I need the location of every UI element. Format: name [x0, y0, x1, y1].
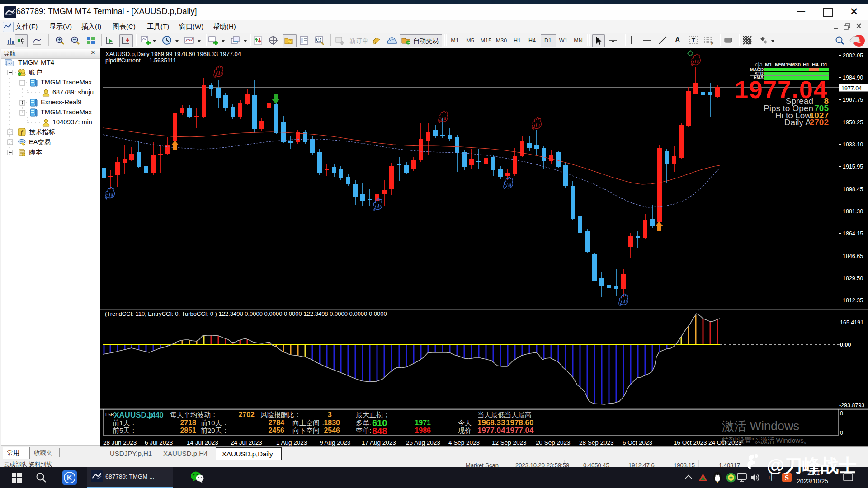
- svg-text:17 Aug 2023: 17 Aug 2023: [362, 439, 396, 446]
- svg-text:当天最低当天最高: 当天最低当天最高: [477, 411, 532, 418]
- svg-text:1986: 1986: [415, 427, 431, 434]
- svg-text:1881.30: 1881.30: [843, 208, 863, 215]
- svg-text:今天: 今天: [458, 419, 472, 427]
- svg-text:H1: H1: [803, 62, 810, 67]
- svg-text:14 Jul 2023: 14 Jul 2023: [187, 439, 218, 446]
- svg-text:向下空间: 向下空间: [292, 427, 320, 434]
- svg-text:1898.45: 1898.45: [843, 186, 863, 192]
- svg-text:1915.95: 1915.95: [843, 164, 863, 170]
- svg-text:1971: 1971: [415, 419, 431, 427]
- svg-text:T: T: [692, 37, 695, 44]
- svg-text:6 Oct 2023: 6 Oct 2023: [623, 439, 652, 446]
- svg-text:3: 3: [328, 411, 332, 418]
- svg-text:前5天：: 前5天：: [113, 427, 137, 434]
- svg-text:风险报酬比：: 风险报酬比：: [260, 411, 301, 418]
- svg-text:-293.8793: -293.8793: [839, 402, 864, 408]
- svg-text:前10天：: 前10天：: [201, 419, 229, 427]
- svg-text:每天平均波动：: 每天平均波动：: [170, 411, 217, 418]
- svg-text:1984.90: 1984.90: [843, 75, 863, 81]
- svg-text:现价: 现价: [458, 427, 472, 434]
- svg-text:848: 848: [372, 426, 387, 436]
- svg-text:向上空间：: 向上空间：: [292, 419, 326, 427]
- svg-text:12 Sep 2023: 12 Sep 2023: [492, 439, 527, 446]
- svg-text:2702: 2702: [810, 117, 829, 127]
- svg-text:9 Aug 2023: 9 Aug 2023: [320, 439, 350, 446]
- svg-text:H4: H4: [812, 62, 819, 67]
- svg-text:1933.10: 1933.10: [843, 141, 863, 148]
- svg-text:2851: 2851: [180, 427, 196, 434]
- svg-text:(TrendCCI: 110, EntryCCI: 0, T: (TrendCCI: 110, EntryCCI: 0, TurboCCI: 0…: [105, 310, 387, 317]
- svg-text:24 Jul 2023: 24 Jul 2023: [231, 439, 262, 446]
- svg-text:2784: 2784: [268, 419, 284, 427]
- svg-text:TSR: TSR: [104, 412, 114, 417]
- svg-text:1977.04: 1977.04: [477, 426, 505, 435]
- svg-text:1812.35: 1812.35: [843, 297, 863, 304]
- svg-text:1829.50: 1829.50: [843, 275, 863, 282]
- svg-text:pipdiffCurrent = -1.5635111: pipdiffCurrent = -1.5635111: [105, 57, 176, 64]
- svg-text:空单:: 空单:: [356, 427, 371, 434]
- svg-text:28 Sep 2023: 28 Sep 2023: [579, 439, 614, 446]
- svg-text:多单:: 多单:: [356, 419, 371, 427]
- svg-text:20 Sep 2023: 20 Sep 2023: [536, 439, 571, 446]
- svg-text:1977.04: 1977.04: [506, 426, 534, 435]
- svg-text:Daily A: Daily A: [784, 117, 811, 127]
- svg-text:1967.75: 1967.75: [843, 97, 863, 103]
- svg-text:1846.65: 1846.65: [843, 253, 863, 259]
- svg-text:D1: D1: [821, 62, 828, 67]
- svg-text:1 Aug 2023: 1 Aug 2023: [276, 439, 307, 446]
- svg-text:1977.04: 1977.04: [841, 85, 862, 92]
- svg-text:1830: 1830: [324, 419, 340, 427]
- svg-text:0: 0: [840, 430, 843, 436]
- svg-text:2002.05: 2002.05: [843, 52, 863, 59]
- svg-text:@刀峰战士: @刀峰战士: [767, 455, 857, 475]
- svg-text:XAUUSD.p,Daily 1969.99 1978.6: XAUUSD.p,Daily 1969.99 1978.60 1968.33 1…: [105, 51, 241, 57]
- svg-text:165.4191: 165.4191: [840, 319, 863, 326]
- svg-text:2718: 2718: [180, 419, 196, 427]
- svg-text:16 Oct 2023: 16 Oct 2023: [674, 439, 707, 446]
- svg-text:F: F: [711, 42, 713, 46]
- svg-text:激活 Windows: 激活 Windows: [722, 419, 799, 433]
- svg-text:0.00: 0.00: [840, 342, 851, 348]
- svg-text:1950.25: 1950.25: [843, 119, 863, 126]
- svg-text:6 Jul 2023: 6 Jul 2023: [145, 439, 173, 446]
- svg-text:M1: M1: [765, 62, 773, 67]
- svg-text:M30: M30: [791, 62, 801, 67]
- svg-text:1864.15: 1864.15: [843, 230, 863, 237]
- svg-text:最大止损；: 最大止损；: [356, 411, 390, 418]
- svg-text:转到"设置"以激活 Windows。: 转到"设置"以激活 Windows。: [722, 436, 811, 444]
- svg-text:25 Aug 2023: 25 Aug 2023: [406, 439, 440, 446]
- svg-text:前20天：: 前20天：: [201, 427, 229, 434]
- svg-text:2546: 2546: [324, 427, 340, 434]
- svg-text:cja: cja: [755, 61, 763, 68]
- svg-text:2702: 2702: [238, 411, 255, 418]
- svg-text:M15: M15: [781, 62, 792, 67]
- svg-text:前1天：: 前1天：: [113, 419, 137, 427]
- svg-text:4 Sep 2023: 4 Sep 2023: [448, 439, 480, 446]
- svg-text:1440: 1440: [147, 411, 164, 419]
- svg-text:28 Jun 2023: 28 Jun 2023: [103, 439, 137, 446]
- svg-text:1977.04: 1977.04: [735, 76, 828, 103]
- svg-text:0: 0: [840, 410, 843, 417]
- svg-text:2456: 2456: [268, 427, 284, 434]
